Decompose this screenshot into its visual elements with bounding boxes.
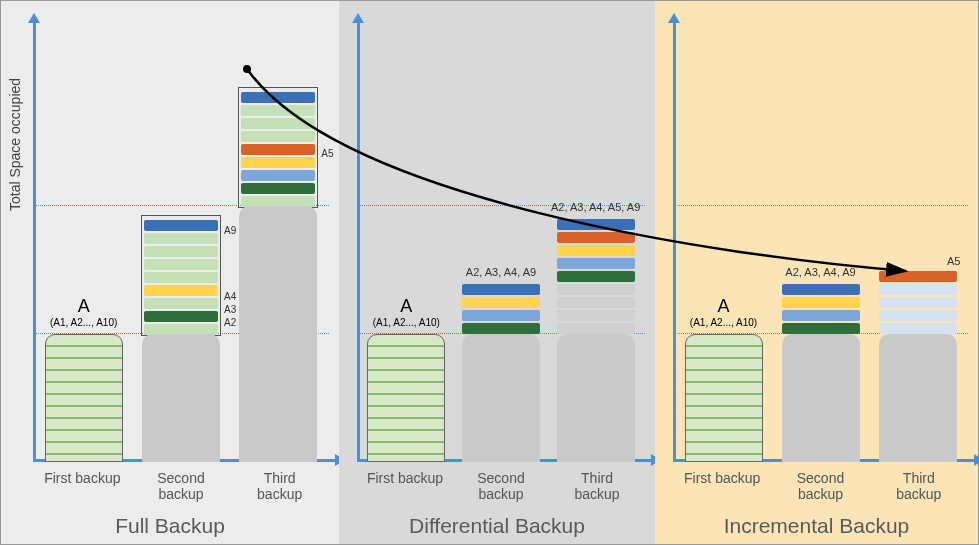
block-prev <box>557 310 635 321</box>
block-prev <box>879 310 957 321</box>
gridline <box>673 205 968 206</box>
block-prev <box>879 323 957 334</box>
incr-copy: A5 <box>879 269 957 282</box>
stack-anno: A2, A3, A4, A5, A9 <box>541 201 650 215</box>
stack-anno: A5 <box>947 255 960 269</box>
anno-a4: A4 <box>224 291 236 302</box>
block <box>241 170 315 181</box>
block-A9 <box>241 92 315 103</box>
block-A5 <box>241 144 315 155</box>
bar-incr-2: A2, A3, A4, A9 <box>782 282 860 462</box>
block-A5 <box>879 271 957 282</box>
prior-space <box>239 206 317 462</box>
y-axis <box>673 21 676 462</box>
block-A2 <box>557 271 635 282</box>
block <box>144 259 218 270</box>
chart-full: A (A1, A2..., A10) <box>33 29 329 462</box>
block-A2 <box>782 323 860 334</box>
block-A2 <box>462 323 540 334</box>
panel-title-incr: Incremental Backup <box>655 514 978 538</box>
block-A3 <box>462 310 540 321</box>
xlabel: Second backup <box>142 470 220 502</box>
block-A9 <box>462 284 540 295</box>
stack-anno: A2, A3, A4, A9 <box>446 266 555 280</box>
panel-title-diff: Differential Backup <box>339 514 655 538</box>
xlabel: Third backup <box>880 470 958 502</box>
prior-space <box>142 334 220 462</box>
block-A3 <box>782 310 860 321</box>
xlabel: First backup <box>683 470 761 502</box>
xlabel: Second backup <box>462 470 540 502</box>
col-a-title: A (A1, A2..., A10) <box>351 296 461 328</box>
block-A2 <box>144 311 218 322</box>
prior-space <box>557 334 635 462</box>
prior-space <box>879 334 957 462</box>
block <box>241 118 315 129</box>
block-A2 <box>241 183 315 194</box>
block <box>144 272 218 283</box>
panel-full-backup: Total Space occupied A (A1, A2..., A10) <box>1 1 339 544</box>
col-a-title: A (A1, A2..., A10) <box>669 296 779 328</box>
anno-a2: A2 <box>224 317 236 328</box>
data-block-A <box>45 334 123 462</box>
y-axis-label: Total Space occupied <box>7 78 23 211</box>
anno-a5: A5 <box>321 148 333 159</box>
diagram-canvas: Total Space occupied A (A1, A2..., A10) <box>0 0 979 545</box>
block <box>144 246 218 257</box>
diff-copy: A2, A3, A4, A9 <box>462 282 540 334</box>
xlabel: Third backup <box>558 470 636 502</box>
block-prev <box>879 297 957 308</box>
data-block-A <box>685 334 763 462</box>
anno-a9: A9 <box>224 225 236 236</box>
block-prev <box>557 297 635 308</box>
block <box>241 131 315 142</box>
data-block-A <box>367 334 445 462</box>
block-A9 <box>557 219 635 230</box>
block-A4 <box>144 285 218 296</box>
bar-incr-3: A5 <box>879 269 957 462</box>
xlabel: Third backup <box>241 470 319 502</box>
bar-full-1: A (A1, A2..., A10) <box>45 334 123 462</box>
x-labels-full: First backup Second backup Third backup <box>33 470 329 502</box>
anno-a3: A3 <box>224 304 236 315</box>
prior-space <box>462 334 540 462</box>
chart-incr: A (A1, A2..., A10) A2, A3, A4, A9 <box>673 29 968 462</box>
y-axis <box>33 21 36 462</box>
incr-copy: A2, A3, A4, A9 <box>782 282 860 334</box>
xlabel: First backup <box>43 470 121 502</box>
bars-incr: A (A1, A2..., A10) A2, A3, A4, A9 <box>679 269 962 462</box>
block-A4 <box>462 297 540 308</box>
xlabel: First backup <box>366 470 444 502</box>
block-A4 <box>782 297 860 308</box>
block-prev <box>879 284 957 295</box>
block-A9 <box>144 220 218 231</box>
stack-anno: A2, A3, A4, A9 <box>766 266 875 280</box>
xlabel: Second backup <box>781 470 859 502</box>
prior-space <box>782 334 860 462</box>
block-A9 <box>782 284 860 295</box>
bars-full: A (A1, A2..., A10) <box>39 88 323 462</box>
chart-diff: A (A1, A2..., A10) A2, A3, A4, A9 <box>357 29 645 462</box>
bars-diff: A (A1, A2..., A10) A2, A3, A4, A9 <box>363 217 639 462</box>
block <box>144 233 218 244</box>
bar-incr-1: A (A1, A2..., A10) <box>685 334 763 462</box>
full-copy <box>239 88 317 207</box>
block-A4 <box>557 245 635 256</box>
panel-differential-backup: A (A1, A2..., A10) A2, A3, A4, A9 <box>339 1 655 544</box>
full-copy <box>142 216 220 335</box>
block-prev <box>557 284 635 295</box>
bar-diff-1: A (A1, A2..., A10) <box>367 334 445 462</box>
bar-full-3: A5 <box>239 88 317 462</box>
x-labels-incr: First backup Second backup Third backup <box>673 470 968 502</box>
x-labels-diff: First backup Second backup Third backup <box>357 470 645 502</box>
block-prev <box>557 323 635 334</box>
bar-diff-3: A2, A3, A4, A5, A9 <box>557 217 635 462</box>
bar-diff-2: A2, A3, A4, A9 <box>462 282 540 462</box>
bar-full-2: A2 A3 A4 A9 <box>142 216 220 462</box>
block-A5 <box>557 232 635 243</box>
incr-copy-prev-grey <box>879 282 957 334</box>
block-A4 <box>241 157 315 168</box>
block <box>241 105 315 116</box>
panel-incremental-backup: A (A1, A2..., A10) A2, A3, A4, A9 <box>655 1 978 544</box>
panel-title-full: Full Backup <box>1 514 339 538</box>
